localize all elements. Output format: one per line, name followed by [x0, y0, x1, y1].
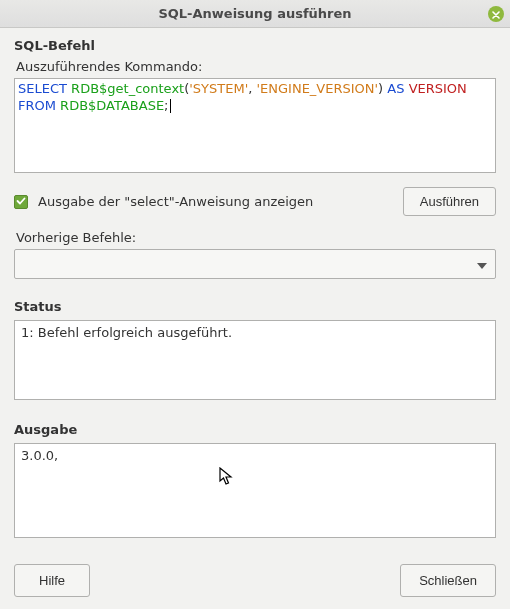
execute-button[interactable]: Ausführen [403, 187, 496, 216]
sql-alias: VERSION [409, 81, 467, 96]
status-text: 1: Befehl erfolgreich ausgeführt. [21, 325, 232, 340]
help-button[interactable]: Hilfe [14, 564, 90, 597]
sql-table: RDB$DATABASE [60, 98, 164, 113]
sql-keyword: FROM [18, 98, 56, 113]
sql-keyword: SELECT [18, 81, 67, 96]
show-output-checkbox[interactable] [14, 195, 28, 209]
query-output[interactable]: 3.0.0, [14, 443, 496, 538]
sql-string: 'SYSTEM' [189, 81, 248, 96]
check-icon [16, 194, 26, 209]
show-output-label: Ausgabe der "select"-Anweisung anzeigen [38, 194, 393, 209]
sql-keyword: AS [387, 81, 404, 96]
sql-function: RDB$get_context [71, 81, 184, 96]
text-caret [170, 99, 171, 113]
output-text: 3.0.0, [21, 448, 58, 463]
sql-string: 'ENGINE_VERSION' [256, 81, 378, 96]
window-title: SQL-Anweisung ausführen [158, 6, 351, 21]
sql-command-input[interactable]: SELECT RDB$get_context('SYSTEM', 'ENGINE… [14, 78, 496, 173]
window-close-button[interactable] [488, 6, 504, 22]
command-label: Auszuführendes Kommando: [16, 59, 496, 74]
chevron-down-icon [477, 257, 487, 272]
status-output[interactable]: 1: Befehl erfolgreich ausgeführt. [14, 320, 496, 400]
close-icon [492, 7, 500, 22]
previous-commands-label: Vorherige Befehle: [16, 230, 496, 245]
sql-section-title: SQL-Befehl [14, 38, 496, 53]
titlebar: SQL-Anweisung ausführen [0, 0, 510, 28]
close-button[interactable]: Schließen [400, 564, 496, 597]
previous-commands-dropdown[interactable] [14, 249, 496, 279]
output-section-title: Ausgabe [14, 422, 496, 437]
status-section-title: Status [14, 299, 496, 314]
